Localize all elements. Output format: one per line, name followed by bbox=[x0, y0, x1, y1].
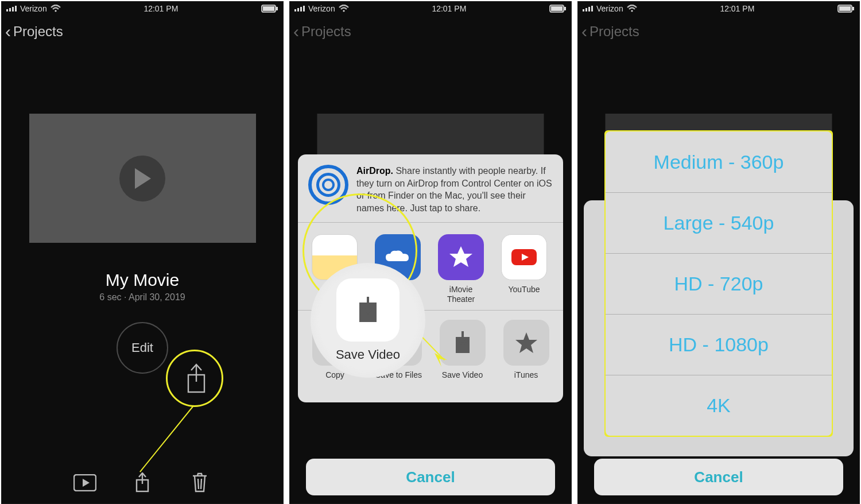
svg-rect-3 bbox=[276, 7, 278, 10]
wifi-icon bbox=[627, 5, 637, 13]
share-app-imovie-theater[interactable]: iMovie Theater bbox=[438, 234, 484, 304]
quality-option-4k[interactable]: 4K bbox=[606, 375, 832, 436]
annotation-circle bbox=[166, 350, 223, 407]
save-video-callout-label: Save Video bbox=[336, 347, 400, 362]
play-icon[interactable] bbox=[119, 156, 165, 201]
quality-option-360p[interactable]: Medium - 360p bbox=[606, 131, 832, 192]
svg-marker-26 bbox=[515, 332, 537, 353]
quality-720p-label: HD - 720p bbox=[674, 273, 763, 295]
svg-marker-27 bbox=[435, 353, 447, 367]
back-chevron-icon[interactable]: ‹ bbox=[581, 22, 587, 41]
wifi-icon bbox=[339, 5, 349, 13]
quality-option-540p[interactable]: Large - 540p bbox=[606, 192, 832, 253]
copy-label: Copy bbox=[325, 370, 344, 390]
quality-4k-label: 4K bbox=[707, 394, 731, 417]
project-title: My Movie bbox=[106, 270, 179, 290]
battery-icon bbox=[549, 5, 567, 13]
navbar: ‹ Projects bbox=[578, 15, 859, 48]
navbar: ‹ Projects bbox=[290, 15, 571, 48]
share-sheet: AirDrop. Share instantly with people nea… bbox=[298, 154, 563, 402]
svg-point-0 bbox=[55, 10, 56, 11]
quality-option-1080p[interactable]: HD - 1080p bbox=[606, 314, 832, 375]
play-toolbar-icon[interactable] bbox=[72, 470, 98, 495]
svg-line-11 bbox=[198, 479, 199, 489]
cancel-button[interactable]: Cancel bbox=[594, 459, 843, 495]
imovie-theater-app-icon bbox=[438, 234, 484, 280]
clock: 12:01 PM bbox=[144, 4, 178, 13]
signal-icon bbox=[583, 6, 593, 11]
bottom-toolbar bbox=[2, 470, 283, 495]
svg-rect-31 bbox=[852, 7, 854, 10]
svg-rect-30 bbox=[839, 6, 851, 11]
cancel-label: Cancel bbox=[694, 468, 743, 486]
save-video-callout: Save Video bbox=[311, 263, 425, 378]
clock: 12:01 PM bbox=[432, 4, 466, 13]
svg-point-28 bbox=[631, 10, 633, 11]
annotation-arrowhead bbox=[435, 353, 449, 368]
wifi-icon bbox=[51, 5, 61, 13]
edit-label: Edit bbox=[131, 340, 153, 355]
annotation-line bbox=[139, 405, 194, 472]
carrier-label: Verizon bbox=[20, 4, 47, 13]
status-bar: Verizon 12:01 PM bbox=[2, 2, 283, 15]
cancel-button[interactable]: Cancel bbox=[306, 459, 555, 495]
back-title[interactable]: Projects bbox=[301, 24, 351, 40]
quality-option-720p[interactable]: HD - 720p bbox=[606, 253, 832, 314]
save-video-label: Save Video bbox=[442, 370, 483, 390]
quality-1080p-label: HD - 1080p bbox=[669, 334, 769, 356]
svg-marker-8 bbox=[83, 479, 90, 487]
screen-quality-picker: Verizon 12:01 PM ‹ Projects Medium - 360… bbox=[577, 1, 860, 504]
quality-540p-label: Large - 540p bbox=[664, 212, 774, 234]
back-chevron-icon[interactable]: ‹ bbox=[293, 22, 299, 41]
youtube-app-icon bbox=[501, 234, 547, 280]
back-chevron-icon[interactable]: ‹ bbox=[5, 22, 11, 41]
carrier-label: Verizon bbox=[596, 4, 623, 13]
edit-button[interactable]: Edit bbox=[117, 322, 168, 374]
quality-option-list: Medium - 360p Large - 540p HD - 720p HD … bbox=[606, 131, 832, 436]
svg-rect-16 bbox=[564, 7, 566, 10]
airdrop-bold: AirDrop. bbox=[356, 166, 393, 176]
trash-toolbar-icon[interactable] bbox=[187, 470, 212, 495]
cancel-label: Cancel bbox=[406, 468, 455, 486]
svg-marker-4 bbox=[135, 168, 151, 189]
svg-rect-15 bbox=[551, 6, 563, 11]
itunes-label: iTunes bbox=[514, 370, 538, 390]
screen-project: Verizon 12:01 PM ‹ Projects My Movie 6 s… bbox=[1, 1, 284, 504]
screen-share-sheet: Verizon 12:01 PM ‹ Projects AirDrop. Sha… bbox=[289, 1, 572, 504]
share-toolbar-icon[interactable] bbox=[130, 470, 155, 495]
battery-icon bbox=[837, 5, 855, 13]
imovie-theater-label: iMovie Theater bbox=[438, 285, 484, 304]
signal-icon bbox=[6, 6, 17, 11]
svg-rect-2 bbox=[263, 6, 274, 11]
quality-360p-label: Medium - 360p bbox=[654, 151, 784, 173]
star-icon bbox=[503, 320, 549, 366]
back-title[interactable]: Projects bbox=[589, 24, 639, 40]
status-bar: Verizon 12:01 PM bbox=[290, 2, 571, 15]
action-itunes[interactable]: iTunes bbox=[503, 320, 549, 390]
project-thumbnail[interactable] bbox=[29, 114, 256, 243]
svg-marker-19 bbox=[449, 246, 472, 267]
back-title[interactable]: Projects bbox=[13, 24, 63, 40]
save-video-callout-icon bbox=[336, 278, 400, 342]
signal-icon bbox=[294, 6, 305, 11]
share-app-youtube[interactable]: YouTube bbox=[501, 234, 547, 304]
clock: 12:01 PM bbox=[720, 4, 754, 13]
svg-line-12 bbox=[201, 479, 201, 489]
battery-icon bbox=[261, 5, 278, 13]
carrier-label: Verizon bbox=[308, 4, 335, 13]
project-meta: 6 sec · April 30, 2019 bbox=[99, 292, 185, 303]
svg-point-13 bbox=[343, 10, 344, 11]
status-bar: Verizon 12:01 PM bbox=[578, 2, 859, 15]
youtube-label: YouTube bbox=[508, 285, 540, 304]
navbar: ‹ Projects bbox=[2, 15, 283, 48]
